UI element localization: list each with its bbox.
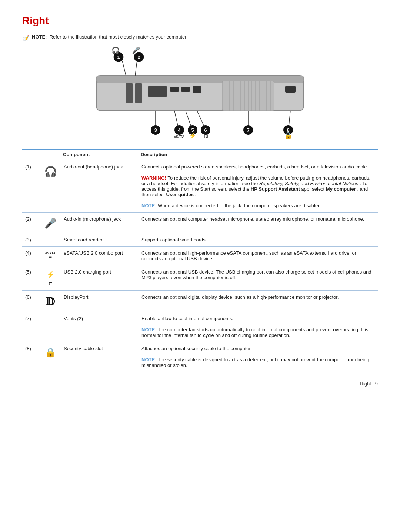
col-header-description: Description xyxy=(139,149,378,160)
note-icon: 📝 xyxy=(22,34,30,41)
note-label: NOTE: xyxy=(32,34,47,40)
row-name: Audio-out (headphone) jack xyxy=(61,160,139,213)
svg-rect-4 xyxy=(148,86,167,97)
svg-line-49 xyxy=(289,111,290,126)
note-inline-label: NOTE: xyxy=(141,327,156,332)
svg-rect-5 xyxy=(170,87,179,92)
row-icon-none xyxy=(40,233,61,247)
row-desc: Attaches an optional security cable to t… xyxy=(139,342,378,372)
col-header-icon xyxy=(40,149,61,160)
row-num: (1) xyxy=(22,160,40,213)
row-num: (2) xyxy=(22,213,40,233)
table-row: (2) 🎤 Audio-in (microphone) jack Connect… xyxy=(22,213,378,233)
table-row: (5) ⚡⇄ USB 2.0 charging port Connects an… xyxy=(22,265,378,291)
footer-bar: Right 9 xyxy=(22,381,378,387)
illustration-area: 1 2 🎧 🎤 3 4 eSATA 5 ⚡ 6 𝔻 7 xyxy=(22,46,378,142)
note-text: Refer to the illustration that most clos… xyxy=(50,34,188,40)
row-icon-displayport: 𝔻 xyxy=(40,291,61,312)
svg-text:5: 5 xyxy=(191,127,194,133)
row-name: Smart card reader xyxy=(61,233,139,247)
svg-text:𝔻: 𝔻 xyxy=(203,133,208,140)
row-icon-lock: 🔒 xyxy=(40,342,61,372)
row-name: USB 2.0 charging port xyxy=(61,265,139,291)
svg-text:🔒: 🔒 xyxy=(284,131,293,140)
footer-label: Right 9 xyxy=(360,381,378,387)
row-num: (5) xyxy=(22,265,40,291)
note-inline-label: NOTE: xyxy=(141,357,156,362)
row-num: (4) xyxy=(22,247,40,265)
esata-icon: eSATA⇄ xyxy=(45,252,56,259)
table-row: (4) eSATA⇄ eSATA/USB 2.0 combo port Conn… xyxy=(22,247,378,265)
table-row: (7) Vents (2) Enable airflow to cool int… xyxy=(22,312,378,342)
svg-line-38 xyxy=(186,111,191,126)
row-icon-none xyxy=(40,312,61,342)
usb-charge-icon: ⚡⇄ xyxy=(46,271,54,287)
svg-text:6: 6 xyxy=(204,127,207,133)
col-header-component: Component xyxy=(61,149,139,160)
note-inline-label: NOTE: xyxy=(141,203,156,208)
row-num: (8) xyxy=(22,342,40,372)
svg-text:4: 4 xyxy=(178,127,181,133)
row-name: eSATA/USB 2.0 combo port xyxy=(61,247,139,265)
svg-text:🎧: 🎧 xyxy=(111,46,120,54)
svg-text:7: 7 xyxy=(247,127,249,133)
row-icon-headphone: 🎧 xyxy=(40,160,61,213)
laptop-illustration: 1 2 🎧 🎤 3 4 eSATA 5 ⚡ 6 𝔻 7 xyxy=(74,46,326,142)
table-header-row: Component Description xyxy=(22,149,378,160)
svg-line-34 xyxy=(174,111,178,126)
component-table: Component Description (1) 🎧 Audio-out (h… xyxy=(22,149,378,372)
note-content: NOTE: Refer to the illustration that mos… xyxy=(32,34,188,40)
table-row: (3) Smart card reader Supports optional … xyxy=(22,233,378,247)
svg-rect-3 xyxy=(135,83,142,103)
row-desc: Connects an optional digital display dev… xyxy=(139,291,378,312)
row-desc: Connects an optional USB device. The USB… xyxy=(139,265,378,291)
svg-line-23 xyxy=(122,61,126,76)
svg-rect-2 xyxy=(126,83,133,103)
table-row: (8) 🔒 Security cable slot Attaches an op… xyxy=(22,342,378,372)
svg-line-42 xyxy=(197,111,204,126)
svg-rect-6 xyxy=(181,87,190,92)
svg-rect-7 xyxy=(193,86,201,93)
row-desc: Connects an optional high-performance eS… xyxy=(139,247,378,265)
row-num: (6) xyxy=(22,291,40,312)
note-box: 📝 NOTE: Refer to the illustration that m… xyxy=(22,34,378,41)
displayport-icon: 𝔻 xyxy=(46,296,55,308)
svg-text:⚡: ⚡ xyxy=(189,132,196,139)
warning-label: WARNING! xyxy=(141,175,166,181)
svg-text:eSATA: eSATA xyxy=(174,135,185,138)
row-num: (7) xyxy=(22,312,40,342)
row-num: (3) xyxy=(22,233,40,247)
row-icon-mic: 🎤 xyxy=(40,213,61,233)
row-name: Vents (2) xyxy=(61,312,139,342)
col-header-num xyxy=(22,149,40,160)
table-row: (1) 🎧 Audio-out (headphone) jack Connect… xyxy=(22,160,378,213)
row-icon-usb-charge: ⚡⇄ xyxy=(40,265,61,291)
row-name: Audio-in (microphone) jack xyxy=(61,213,139,233)
lock-icon: 🔒 xyxy=(45,347,56,358)
row-desc: Connects an optional computer headset mi… xyxy=(139,213,378,233)
svg-text:2: 2 xyxy=(137,54,140,60)
row-desc: Connects optional powered stereo speaker… xyxy=(139,160,378,213)
page-title: Right xyxy=(22,15,378,27)
row-icon-esata: eSATA⇄ xyxy=(40,247,61,265)
row-name: DisplayPort xyxy=(61,291,139,312)
top-divider xyxy=(22,30,378,30)
row-desc: Enable airflow to cool internal componen… xyxy=(139,312,378,342)
table-row: (6) 𝔻 DisplayPort Connects an optional d… xyxy=(22,291,378,312)
svg-line-26 xyxy=(135,61,137,76)
svg-rect-22 xyxy=(285,86,296,93)
svg-text:🎤: 🎤 xyxy=(132,46,140,54)
svg-text:1: 1 xyxy=(117,54,120,60)
row-name: Security cable slot xyxy=(61,342,139,372)
row-desc: Supports optional smart cards. xyxy=(139,233,378,247)
svg-text:3: 3 xyxy=(154,127,157,133)
